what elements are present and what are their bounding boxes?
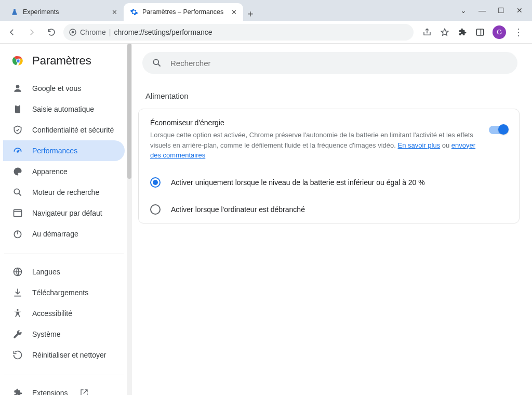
settings-main: Alimentation Économiseur d'énergie Lorsq… [132, 44, 532, 395]
minimize-icon[interactable]: — [477, 6, 487, 15]
search-icon [12, 187, 23, 198]
power-icon [12, 229, 23, 239]
sidebar-item-label: Apparence [32, 167, 68, 176]
menu-icon[interactable]: ⋮ [513, 27, 524, 37]
tab-title: Paramètres – Performances [142, 8, 223, 16]
tab-title: Experiments [23, 8, 59, 16]
tab-experiments[interactable]: Experiments ✕ [4, 3, 124, 21]
svg-rect-7 [15, 106, 20, 113]
address-bar[interactable]: Chrome | chrome://settings/performance [63, 24, 414, 41]
svg-point-1 [72, 31, 74, 33]
wrench-icon [12, 329, 23, 339]
sidebar-item-reset[interactable]: Réinitialiser et nettoyer [3, 345, 125, 365]
extensions-icon[interactable] [457, 27, 468, 37]
new-tab-button[interactable]: ＋ [243, 6, 258, 21]
sidebar-item-label: Langues [32, 268, 60, 276]
energy-saver-card: Économiseur d'énergie Lorsque cette opti… [138, 109, 520, 223]
sidebar-item-label: Au démarrage [32, 230, 78, 238]
url-path: chrome://settings/performance [114, 28, 212, 36]
sidebar-divider [4, 254, 124, 254]
open-external-icon [80, 389, 88, 395]
svg-point-15 [153, 59, 158, 64]
close-icon[interactable]: ✕ [230, 7, 238, 17]
sidebar-item-label: Confidentialité et sécurité [32, 126, 114, 134]
radio-label: Activer lorsque l'ordinateur est débranc… [171, 205, 305, 214]
profile-avatar[interactable]: G [493, 25, 506, 39]
speed-icon [12, 146, 23, 156]
chevron-down-icon[interactable]: ⌄ [458, 6, 469, 15]
chrome-icon [69, 28, 77, 36]
svg-point-10 [14, 189, 19, 194]
learn-more-link[interactable]: En savoir plus [398, 141, 441, 149]
globe-icon [12, 267, 23, 277]
chrome-logo-icon [11, 54, 25, 68]
tab-settings[interactable]: Paramètres – Performances ✕ [124, 3, 243, 21]
avatar-letter: G [497, 28, 502, 36]
sidebar-item-autofill[interactable]: Saisie automatique [3, 99, 125, 120]
card-description: Lorsque cette option est activée, Chrome… [150, 130, 476, 161]
settings-content: Paramètres Google et vous Saisie automat… [0, 44, 532, 395]
svg-rect-8 [17, 104, 19, 106]
card-header-row: Économiseur d'énergie Lorsque cette opti… [139, 109, 519, 169]
sidebar-item-downloads[interactable]: Téléchargements [3, 282, 125, 303]
radio-icon [150, 177, 161, 188]
sidebar-item-appearance[interactable]: Apparence [3, 161, 125, 182]
svg-point-9 [17, 151, 19, 152]
svg-rect-2 [476, 29, 484, 35]
sidebar-item-label: Saisie automatique [32, 105, 94, 113]
restore-icon [12, 350, 23, 360]
close-window-icon[interactable]: ✕ [514, 6, 525, 15]
card-title: Économiseur d'énergie [150, 118, 476, 127]
back-button[interactable] [4, 24, 20, 40]
sidebar-item-extensions[interactable]: Extensions [3, 383, 125, 395]
card-desc-or: ou [440, 141, 451, 149]
search-input[interactable] [170, 59, 508, 68]
tab-strip: Experiments ✕ Paramètres – Performances … [0, 0, 532, 21]
sidebar-item-label: Navigateur par défaut [32, 209, 102, 217]
scrollbar[interactable] [127, 44, 132, 395]
svg-point-14 [17, 309, 18, 311]
sidebar-item-privacy[interactable]: Confidentialité et sécurité [3, 120, 125, 140]
sidebar-item-google[interactable]: Google et vous [3, 78, 125, 99]
energy-saver-toggle[interactable] [489, 126, 508, 134]
radio-icon [150, 204, 161, 215]
maximize-icon[interactable]: ☐ [496, 6, 506, 15]
sidebar-item-performance[interactable]: Performances [3, 140, 125, 161]
radio-option-battery-20[interactable]: Activer uniquement lorsque le niveau de … [139, 169, 519, 196]
sidepanel-icon[interactable] [475, 27, 485, 37]
sidebar-item-label: Système [32, 330, 60, 338]
sidebar-item-label: Performances [32, 147, 77, 155]
sidebar-item-search-engine[interactable]: Moteur de recherche [3, 182, 125, 203]
gear-icon [130, 8, 138, 16]
sidebar-item-label: Accessibilité [32, 309, 72, 318]
sidebar-list-2: Langues Téléchargements Accessibilité Sy… [0, 258, 132, 371]
radio-option-unplugged[interactable]: Activer lorsque l'ordinateur est débranc… [139, 196, 519, 223]
sidebar-item-accessibility[interactable]: Accessibilité [3, 303, 125, 324]
settings-search[interactable] [142, 52, 517, 74]
url-origin: Chrome [80, 28, 106, 36]
radio-label: Activer uniquement lorsque le niveau de … [171, 178, 425, 187]
reload-button[interactable] [44, 24, 59, 40]
url-separator: | [109, 28, 111, 36]
page-title: Paramètres [32, 54, 91, 68]
sidebar-item-startup[interactable]: Au démarrage [3, 223, 125, 244]
card-text: Économiseur d'énergie Lorsque cette opti… [150, 118, 476, 161]
download-icon [12, 287, 23, 298]
clipboard-icon [12, 104, 23, 114]
settings-header: Paramètres [0, 44, 132, 75]
bookmark-star-icon[interactable] [440, 27, 450, 37]
close-icon[interactable]: ✕ [111, 7, 118, 17]
palette-icon [12, 166, 23, 177]
sidebar-item-default-browser[interactable]: Navigateur par défaut [3, 203, 125, 223]
sidebar-list-3: Extensions [0, 379, 132, 395]
sidebar-item-label: Extensions [32, 389, 68, 395]
share-icon[interactable] [422, 27, 432, 37]
accessibility-icon [12, 308, 23, 319]
sidebar-item-system[interactable]: Système [3, 324, 125, 345]
person-icon [12, 83, 23, 94]
forward-button[interactable] [24, 24, 39, 40]
sidebar-item-label: Téléchargements [32, 288, 88, 297]
browser-icon [12, 208, 23, 218]
svg-rect-11 [14, 209, 22, 216]
sidebar-item-languages[interactable]: Langues [3, 261, 125, 282]
